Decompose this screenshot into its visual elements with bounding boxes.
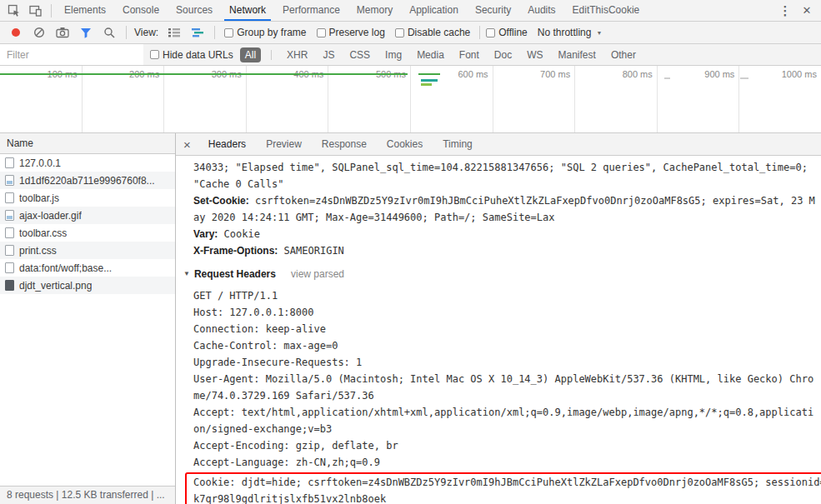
clear-icon[interactable]	[28, 22, 50, 42]
details-tab-headers[interactable]: Headers	[198, 133, 256, 155]
response-header-line: X-Frame-Options: SAMEORIGIN	[193, 242, 818, 259]
checkbox-offline[interactable]: Offline	[486, 27, 527, 38]
request-row[interactable]: ajax-loader.gif	[0, 207, 175, 224]
throttling-value: No throttling	[538, 27, 592, 38]
timeline-green-line-segment	[418, 73, 440, 75]
stylesheet-icon	[5, 227, 14, 238]
timeline-cell: 300 ms	[164, 66, 247, 132]
tab-elements[interactable]: Elements	[56, 0, 114, 21]
timeline-cell: 400 ms	[247, 66, 329, 132]
record-network-log-icon[interactable]	[5, 22, 27, 42]
timeline-tick-label: 100 ms	[0, 66, 82, 79]
tab-console[interactable]: Console	[114, 0, 168, 21]
filter-pill-other[interactable]: Other	[606, 47, 641, 62]
filter-pill-font[interactable]: Font	[454, 47, 484, 62]
timeline-cell: 800 ms	[575, 66, 658, 132]
request-header-line: User-Agent: Mozilla/5.0 (Macintosh; Inte…	[193, 371, 818, 404]
device-toolbar-icon[interactable]	[25, 1, 47, 21]
details-tab-preview[interactable]: Preview	[256, 133, 312, 155]
details-tab-response[interactable]: Response	[312, 133, 377, 155]
timeline-cell: 200 ms	[83, 66, 165, 132]
triangle-down-icon[interactable]: ▼	[183, 266, 190, 282]
resource-type-filters: AllXHRJSCSSImgMediaFontDocWSManifestOthe…	[240, 47, 641, 62]
checkbox-label: Disable cache	[408, 27, 470, 38]
tab-performance[interactable]: Performance	[274, 0, 348, 21]
details-tab-timing[interactable]: Timing	[433, 133, 483, 155]
request-row[interactable]: toolbar.css	[0, 224, 175, 242]
checkbox-label: Preserve log	[329, 27, 385, 38]
response-header-line: Set-Cookie: csrftoken=z4sDnWBZDz5Y9zIvr0…	[193, 192, 818, 226]
filter-pill-img[interactable]: Img	[380, 47, 407, 62]
network-filter-bar: Hide data URLs AllXHRJSCSSImgMediaFontDo…	[0, 44, 821, 66]
inspect-element-icon[interactable]	[3, 1, 25, 21]
more-menu-icon[interactable]: ⋮	[774, 1, 796, 21]
request-row[interactable]: toolbar.js	[0, 189, 175, 207]
checkbox-hide-data-urls[interactable]: Hide data URLs	[150, 49, 233, 61]
request-header-line: Upgrade-Insecure-Requests: 1	[193, 354, 818, 371]
tab-memory[interactable]: Memory	[348, 0, 401, 21]
search-icon[interactable]	[98, 22, 120, 42]
details-tab-cookies[interactable]: Cookies	[377, 133, 433, 155]
filter-pill-all[interactable]: All	[240, 47, 261, 62]
tab-application[interactable]: Application	[401, 0, 467, 21]
large-request-rows-icon[interactable]	[163, 22, 185, 42]
show-overview-icon[interactable]	[187, 22, 208, 42]
checkbox-box	[224, 28, 233, 37]
name-column-header[interactable]: Name	[0, 133, 175, 154]
timeline-tick-label: 700 ms	[493, 66, 575, 79]
main-tabbar: ElementsConsoleSourcesNetworkPerformance…	[0, 0, 821, 22]
header-value: SAMEORIGIN	[284, 245, 344, 257]
throttling-dropdown[interactable]: No throttling ▼	[538, 27, 603, 38]
request-headers-raw-block: GET / HTTP/1.1Host: 127.0.0.1:8000Connec…	[193, 287, 818, 471]
checkbox-box	[317, 28, 326, 37]
document-icon	[5, 157, 14, 168]
request-name: djdt_vertical.png	[19, 280, 92, 292]
filter-pill-manifest[interactable]: Manifest	[553, 47, 601, 62]
timeline-tick-label: 300 ms	[164, 66, 246, 79]
network-overview-timeline[interactable]: 100 ms200 ms300 ms400 ms500 ms600 ms700 …	[0, 66, 821, 133]
tab-network[interactable]: Network	[221, 0, 274, 21]
filter-pill-doc[interactable]: Doc	[489, 47, 517, 62]
network-toolbar: View: Group by framePreserve logDisable …	[0, 22, 821, 44]
filter-pill-css[interactable]: CSS	[344, 47, 375, 62]
image-icon	[5, 210, 14, 221]
request-row[interactable]: data:font/woff;base...	[0, 259, 175, 277]
requests-pane: Name 127.0.0.11d1df6220ab711e9996760f8..…	[0, 133, 176, 504]
filter-funnel-icon[interactable]	[75, 22, 97, 42]
requests-summary: 8 requests | 12.5 KB transferred | ...	[7, 489, 165, 501]
checkbox-disable-cache[interactable]: Disable cache	[395, 27, 470, 38]
font-icon	[5, 262, 14, 273]
tab-security[interactable]: Security	[467, 0, 519, 21]
close-devtools-icon[interactable]: ✕	[796, 1, 818, 21]
separator	[479, 26, 480, 39]
filter-pill-xhr[interactable]: XHR	[282, 47, 313, 62]
timeline-cell: 500 ms	[328, 66, 411, 132]
request-row[interactable]: djdt_vertical.png	[0, 277, 175, 294]
filter-pill-media[interactable]: Media	[412, 47, 449, 62]
tab-sources[interactable]: Sources	[168, 0, 221, 21]
view-parsed-link[interactable]: view parsed	[291, 266, 344, 282]
checkbox-preserve-log[interactable]: Preserve log	[317, 27, 385, 38]
timeline-tick-label: 1000 ms	[739, 66, 821, 79]
details-pane: × HeadersPreviewResponseCookiesTiming 34…	[176, 133, 821, 504]
filter-pill-js[interactable]: JS	[318, 47, 339, 62]
response-header-line: Vary: Cookie	[193, 226, 818, 242]
capture-screenshots-icon[interactable]	[52, 22, 73, 42]
record-dot	[12, 28, 20, 37]
devtools-window: ElementsConsoleSourcesNetworkPerformance…	[0, 0, 821, 504]
request-headers-section: ▼ Request Headers view parsed	[183, 266, 818, 282]
timeline-tick-label: 600 ms	[411, 66, 493, 79]
checkbox-group-by-frame[interactable]: Group by frame	[224, 27, 306, 38]
request-row[interactable]: 1d1df6220ab711e9996760f8...	[0, 172, 175, 189]
header-name: Vary:	[193, 228, 218, 240]
request-row[interactable]: 127.0.0.1	[0, 154, 175, 172]
tab-editthiscookie[interactable]: EditThisCookie	[564, 0, 648, 21]
request-row[interactable]: print.css	[0, 242, 175, 259]
tab-audits[interactable]: Audits	[519, 0, 563, 21]
timeline-tick-label: 400 ms	[247, 66, 328, 79]
timeline-request-bar	[421, 79, 438, 82]
filter-input[interactable]	[0, 44, 143, 65]
details-tabs: HeadersPreviewResponseCookiesTiming	[198, 133, 483, 155]
filter-pill-ws[interactable]: WS	[522, 47, 548, 62]
close-details-icon[interactable]: ×	[176, 137, 198, 152]
